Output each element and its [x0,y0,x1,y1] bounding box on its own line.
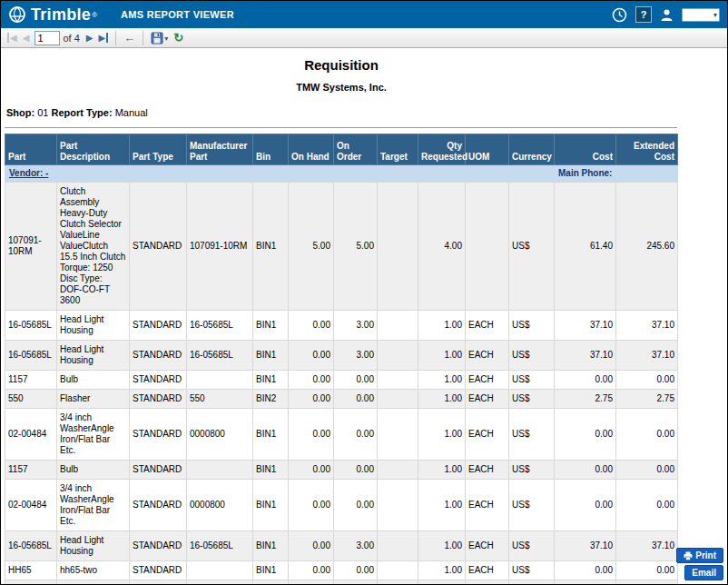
email-button[interactable]: Email [684,565,723,580]
cell-cost: 37.10 [555,311,616,341]
table-row: 16-05685LHead Light HousingSTANDARD16-05… [5,531,678,561]
cell-part: 550 [5,390,57,409]
cell-extended-cost: 37.10 [616,311,678,341]
cell-on-order: 0.00 [334,409,378,461]
cell-qty-requested: 1.00 [418,461,466,480]
cell-qty-requested: 1.00 [418,561,466,580]
cell-on-order: 3.00 [334,341,378,371]
cell-extended-cost: 0.00 [616,461,678,480]
cell-bin: BIN1 [253,371,289,390]
cell-cost: 0.00 [555,480,616,531]
cell-on-order: 5.00 [334,183,378,311]
cell-on-hand: 0.00 [289,371,334,390]
cell-description: Clutch Assembly Heavy-Duty Clutch Select… [57,183,130,311]
cell-bin: BIN1 [253,311,289,341]
report-actions: Print Email [676,548,723,580]
cell-cost: 0.00 [555,561,616,580]
back-arrow-icon: ← [123,31,135,45]
col-currency: Currency [509,134,555,165]
vendor-cell: Vendor: - [5,165,555,183]
cell-on-hand: 0.00 [289,480,334,531]
cell-on-hand: 0.00 [289,311,334,341]
prev-page-button[interactable]: ◀ [21,30,32,45]
shop-label: Shop: [6,107,34,118]
cell-uom: EACH [466,341,509,371]
cell-cost: 37.10 [555,531,616,561]
cell-currency: US$ [509,531,555,561]
report-title: Requisition [5,57,678,73]
cell-on-order: 0.00 [334,480,378,531]
cell-part: 107091-10RM [5,183,57,311]
report-page: Requisition TMW Systems, Inc. Shop: 01 R… [1,48,678,584]
cell-on-hand: 0.00 [289,390,334,409]
cell-on-order: 3.00 [334,311,378,341]
app-window: Trimble® AMS REPORT VIEWER ? ▾ ◀ ◀ [0,0,728,585]
col-on-hand: On Hand [289,134,334,165]
next-page-icon: ▶ [86,33,93,43]
cell-description: Flasher [57,390,130,409]
cell-cost: 61.40 [555,183,616,311]
cell-currency: US$ [509,341,555,371]
last-page-button[interactable]: ▶ [96,30,110,45]
cell-qty-requested: 1.00 [418,531,466,561]
cell-mfr-part: 0000800 [187,409,253,461]
cell-target [378,311,418,341]
cell-bin: BIN1 [253,461,289,480]
user-icon [660,8,674,22]
cell-qty-requested: 1.00 [418,480,466,531]
print-button[interactable]: Print [676,548,723,563]
export-caret-icon: ▾ [164,35,168,43]
brand-name: Trimble [31,5,91,25]
cell-uom: EACH [466,531,509,561]
cell-target [378,409,418,461]
cell-target [378,480,418,531]
next-page-button[interactable]: ▶ [84,30,95,45]
table-row: 16-05685LHead Light HousingSTANDARD16-05… [5,341,678,371]
first-page-button[interactable]: ◀ [5,30,19,45]
user-menu-select[interactable]: ▾ [682,8,720,22]
cell-currency: US$ [509,371,555,390]
cell-on-order: 0.00 [334,390,378,409]
col-bin: Bin [253,134,289,165]
cell-currency: US$ [509,183,555,311]
cell-qty-requested: 1.00 [418,390,466,409]
table-row: 107091-10RMClutch Assembly Heavy-Duty Cl… [5,183,678,311]
page-number-input[interactable] [34,31,60,45]
table-row: 16-05685LHead Light HousingSTANDARD16-05… [5,311,678,341]
col-qty-requested: Qty Requested [418,134,466,165]
cell-currency: US$ [509,409,555,461]
cell-description: 3/4 inch WasherAngle Iron/Flat Bar Etc. [57,480,130,531]
cell-on-hand: 0.00 [289,561,334,580]
cell-on-order: 0.00 [334,561,378,580]
cell-mfr-part [187,561,253,580]
header-rule [5,127,677,128]
vendor-row: Vendor: - Main Phone: [5,165,678,183]
print-label: Print [695,550,716,560]
user-caret-icon: ▾ [713,11,717,19]
cell-qty-requested: 1.00 [418,311,466,341]
registered-mark: ® [92,11,97,19]
help-button[interactable]: ? [635,6,652,23]
cell-on-hand: 0.00 [289,461,334,480]
cell-qty-requested: 1.00 [418,371,466,390]
table-row: 02-004843/4 inch WasherAngle Iron/Flat B… [5,480,678,531]
cell-bin: BIN1 [253,561,289,580]
vendor-link[interactable]: Vendor: - [9,168,48,178]
cell-uom: EACH [466,390,509,409]
cell-on-hand: 5.00 [289,183,334,311]
cell-target [378,531,418,561]
col-part-type: Part Type [130,134,187,165]
cell-extended-cost: 0.00 [616,561,678,580]
report-viewport: Requisition TMW Systems, Inc. Shop: 01 R… [1,48,727,584]
app-title: AMS REPORT VIEWER [121,9,234,20]
cell-uom [466,183,509,311]
cell-part-type: STANDARD [130,461,187,480]
export-button[interactable]: ▾ [149,30,170,46]
report-company: TMW Systems, Inc. [5,82,678,93]
cell-bin: BIN1 [253,531,289,561]
cell-extended-cost: 0.00 [616,371,678,390]
clock-icon[interactable] [612,7,627,23]
cell-currency: US$ [509,480,555,531]
refresh-button[interactable]: ↻ [172,31,185,45]
back-to-parent-button[interactable]: ← [122,31,137,45]
